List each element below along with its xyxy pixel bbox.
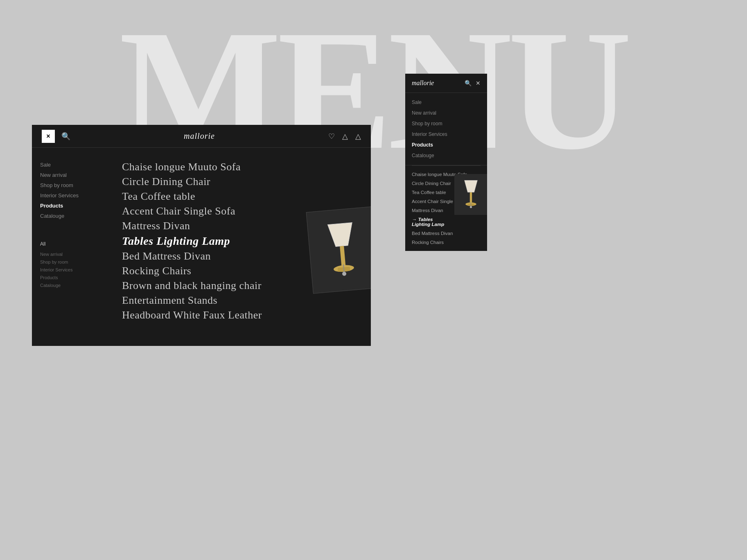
product-item-2[interactable]: Tea Coffee table — [122, 190, 363, 203]
right-panel-header: mallorie 🔍 ✕ — [405, 74, 487, 93]
rp-nav-item-1[interactable]: New arrival — [405, 108, 487, 118]
panel-logo: mallorie — [184, 131, 215, 141]
filter-item-0[interactable]: New arrival — [40, 251, 102, 257]
rp-product-item-7[interactable]: Rocking Chairs — [405, 238, 487, 247]
rp-nav-item-2[interactable]: Shop by room — [405, 118, 487, 129]
panel-body: SaleNew arrivalShop by roomInterior Serv… — [32, 148, 371, 346]
main-panel: × 🔍 mallorie ♡ △ △ SaleNew arrivalShop b… — [32, 125, 371, 346]
product-item-1[interactable]: Circle Dining Chair — [122, 175, 363, 189]
right-panel-products: Chaise longue Muuto SofaCircle Dining Ch… — [405, 166, 487, 251]
sidebar-filter-items: New arrivalShop by roomInterior Services… — [40, 251, 102, 289]
rp-product-item-6[interactable]: Bed Mattress Divan — [405, 229, 487, 238]
header-left: × 🔍 — [42, 130, 70, 143]
left-sidebar: SaleNew arrivalShop by roomInterior Serv… — [32, 148, 110, 346]
rp-nav-item-4[interactable]: Products — [405, 140, 487, 150]
search-icon[interactable]: 🔍 — [61, 132, 70, 141]
right-panel: mallorie 🔍 ✕ SaleNew arrivalShop by room… — [405, 74, 487, 251]
filter-item-4[interactable]: Catalouge — [40, 282, 102, 289]
product-item-10[interactable]: Headboard White Faux Leather — [122, 308, 363, 322]
header-right: ♡ △ △ — [328, 132, 361, 141]
cart-icon[interactable]: △ — [342, 132, 348, 141]
sidebar-nav-item-sale[interactable]: Sale — [40, 160, 102, 169]
sidebar-nav-item-interior-services[interactable]: Interior Services — [40, 191, 102, 200]
rp-nav-item-0[interactable]: Sale — [405, 97, 487, 108]
lamp-image-overlay — [309, 209, 371, 291]
sidebar-nav-item-products[interactable]: Products — [40, 201, 102, 210]
wishlist-icon[interactable]: ♡ — [328, 132, 335, 141]
right-panel-icons: 🔍 ✕ — [465, 80, 481, 87]
svg-rect-1 — [340, 246, 345, 267]
rp-nav-item-5[interactable]: Catalouge — [405, 150, 487, 161]
right-panel-nav: SaleNew arrivalShop by roomInterior Serv… — [405, 93, 487, 165]
rp-product-item-5[interactable]: →Tables Lighting Lamp — [405, 215, 487, 229]
filter-item-2[interactable]: Interior Services — [40, 266, 102, 273]
sidebar-filter-section: All New arrivalShop by roomInterior Serv… — [40, 241, 102, 289]
right-panel-logo: mallorie — [412, 79, 434, 87]
filter-all-label: All — [40, 241, 102, 247]
sidebar-nav: SaleNew arrivalShop by roomInterior Serv… — [40, 160, 102, 221]
user-icon[interactable]: △ — [355, 132, 361, 141]
main-content: Chaise longue Muuto SofaCircle Dining Ch… — [110, 148, 371, 346]
panel-header: × 🔍 mallorie ♡ △ △ — [32, 125, 371, 148]
rp-close-icon[interactable]: ✕ — [476, 80, 481, 87]
sidebar-nav-item-catalouge[interactable]: Catalouge — [40, 211, 102, 221]
svg-rect-7 — [469, 192, 472, 203]
svg-point-5 — [342, 271, 347, 276]
sidebar-nav-item-shop-by-room[interactable]: Shop by room — [40, 181, 102, 190]
svg-marker-0 — [327, 223, 354, 247]
product-item-9[interactable]: Entertainment Stands — [122, 294, 363, 307]
product-item-0[interactable]: Chaise longue Muuto Sofa — [122, 160, 363, 174]
lamp-image — [306, 206, 371, 294]
rp-lamp-svg — [458, 176, 484, 213]
svg-marker-6 — [464, 181, 477, 192]
rp-search-icon[interactable]: 🔍 — [465, 80, 472, 87]
arrow-icon: → — [412, 217, 417, 222]
sidebar-nav-item-new-arrival[interactable]: New arrival — [40, 170, 102, 180]
rp-lamp-image — [454, 174, 487, 215]
rp-nav-item-3[interactable]: Interior Services — [405, 129, 487, 140]
svg-point-11 — [469, 206, 472, 208]
lamp-svg — [315, 213, 370, 287]
filter-item-3[interactable]: Products — [40, 274, 102, 281]
close-button[interactable]: × — [42, 130, 55, 143]
filter-item-1[interactable]: Shop by room — [40, 259, 102, 265]
